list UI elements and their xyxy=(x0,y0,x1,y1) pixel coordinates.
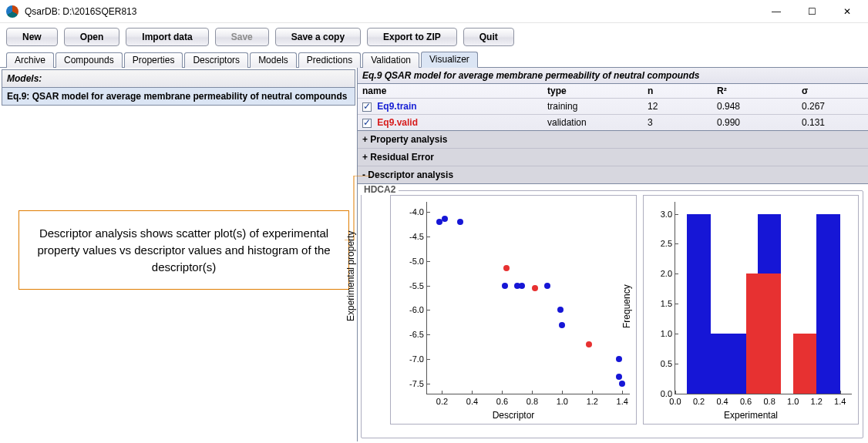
new-button[interactable]: New xyxy=(6,28,58,46)
table-row[interactable]: Eq9.valid validation 3 0.990 0.131 xyxy=(358,115,868,131)
col-n: n xyxy=(643,84,712,99)
quit-button[interactable]: Quit xyxy=(463,28,514,46)
scatter-point-valid xyxy=(532,285,538,291)
scatter-point-train xyxy=(616,356,622,362)
table-row[interactable]: Eq9.train training 12 0.948 0.267 xyxy=(358,99,868,115)
col-type: type xyxy=(543,84,643,99)
toolbar: New Open Import data Save Save a copy Ex… xyxy=(0,23,868,51)
close-button[interactable]: ✕ xyxy=(829,0,865,23)
import-data-button[interactable]: Import data xyxy=(126,28,208,46)
section-residual-error[interactable]: + Residual Error xyxy=(358,149,868,166)
set-type-train: training xyxy=(543,99,643,115)
set-n-train: 12 xyxy=(643,99,712,115)
set-sigma-valid: 0.131 xyxy=(797,115,868,131)
set-name-valid: Eq9.valid xyxy=(377,117,418,128)
hist-ylabel: Frequency xyxy=(621,284,632,328)
scatter-point-train xyxy=(559,322,565,328)
tab-compounds[interactable]: Compounds xyxy=(56,52,123,68)
scatter-xlabel: Descriptor xyxy=(493,410,535,421)
titlebar: QsarDB: D:\2016SQER813 — ☐ ✕ xyxy=(0,0,868,23)
hist-bar-blue xyxy=(734,334,745,394)
scatter-point-train xyxy=(457,219,463,225)
save-copy-button[interactable]: Save a copy xyxy=(275,28,361,46)
model-row-selected[interactable]: Eq.9: QSAR model for average membrane pe… xyxy=(2,88,355,106)
tab-descriptors[interactable]: Descriptors xyxy=(184,52,248,68)
tab-models[interactable]: Models xyxy=(250,52,297,68)
tab-predictions[interactable]: Predictions xyxy=(298,52,361,68)
window-title: QsarDB: D:\2016SQER813 xyxy=(25,6,136,17)
set-sigma-train: 0.267 xyxy=(797,99,868,115)
hist-xlabel: Experimental xyxy=(724,410,778,421)
models-pane: Models: Eq.9: QSAR model for average mem… xyxy=(0,68,358,441)
save-button[interactable]: Save xyxy=(215,28,269,46)
charts-area: HDCA2 Experimental property -4.0-4.5-5.0… xyxy=(358,184,868,441)
maximize-button[interactable]: ☐ xyxy=(794,0,829,23)
set-r2-train: 0.948 xyxy=(712,99,797,115)
minimize-button[interactable]: — xyxy=(759,0,794,23)
set-type-valid: validation xyxy=(543,115,643,131)
main-content: Models: Eq.9: QSAR model for average mem… xyxy=(0,68,868,441)
callout-box: Descriptor analysis shows scatter plot(s… xyxy=(19,210,349,290)
set-name-train: Eq9.train xyxy=(377,101,416,112)
model-title: Eq.9 QSAR model for average membrane per… xyxy=(358,68,868,84)
tab-visualizer[interactable]: Visualizer xyxy=(421,52,478,68)
open-button[interactable]: Open xyxy=(64,28,120,46)
scatter-point-valid xyxy=(586,341,592,347)
set-r2-valid: 0.990 xyxy=(712,115,797,131)
tab-archive[interactable]: Archive xyxy=(6,52,54,68)
hist-plot-area: 0.00.51.01.52.02.53.00.00.20.40.60.81.01… xyxy=(675,202,852,394)
hist-bar-blue xyxy=(687,214,711,394)
app-icon xyxy=(6,5,19,18)
set-n-valid: 3 xyxy=(643,115,712,131)
hist-bar-red xyxy=(793,334,817,394)
scatter-point-train xyxy=(442,216,448,222)
scatter-point-train xyxy=(616,374,622,380)
col-r2: R² xyxy=(712,84,797,99)
section-descriptor-analysis[interactable]: - Descriptor analysis xyxy=(358,166,868,183)
tab-properties[interactable]: Properties xyxy=(124,52,183,68)
scatter-point-train xyxy=(502,283,508,289)
hist-bar-blue xyxy=(711,334,735,394)
scatter-point-valid xyxy=(503,265,510,271)
scatter-point-train xyxy=(519,283,525,289)
tabbar: Archive Compounds Properties Descriptors… xyxy=(0,51,868,68)
scatter-point-train xyxy=(619,381,625,387)
checkbox-train[interactable] xyxy=(362,102,372,112)
sets-table: name type n R² σ Eq9.train training 12 0… xyxy=(358,84,868,130)
scatter-point-train xyxy=(557,307,564,313)
scatter-plot-area: -4.0-4.5-5.0-5.5-6.0-6.5-7.0-7.50.20.40.… xyxy=(426,202,630,394)
col-sigma: σ xyxy=(797,84,868,99)
hist-bar-blue xyxy=(816,214,840,394)
scatter-chart: Experimental property -4.0-4.5-5.0-5.5-6… xyxy=(390,195,637,425)
tab-validation[interactable]: Validation xyxy=(362,52,419,68)
scatter-point-train xyxy=(436,219,442,225)
analysis-sections: + Property analysis + Residual Error - D… xyxy=(358,130,868,184)
scatter-ylabel: Experimental property xyxy=(345,230,356,321)
hist-bar-red xyxy=(758,274,782,394)
descriptor-label: HDCA2 xyxy=(361,184,399,195)
col-name: name xyxy=(358,84,543,99)
hist-bar-red xyxy=(746,274,758,394)
histogram-chart: Frequency 0.00.51.01.52.02.53.00.00.20.4… xyxy=(643,195,859,425)
scatter-point-train xyxy=(544,283,550,289)
checkbox-valid[interactable] xyxy=(362,119,372,128)
visualizer-pane: Eq.9 QSAR model for average membrane per… xyxy=(358,68,868,441)
section-property-analysis[interactable]: + Property analysis xyxy=(358,131,868,149)
export-zip-button[interactable]: Export to ZIP xyxy=(367,28,457,46)
models-heading: Models: xyxy=(2,69,355,88)
